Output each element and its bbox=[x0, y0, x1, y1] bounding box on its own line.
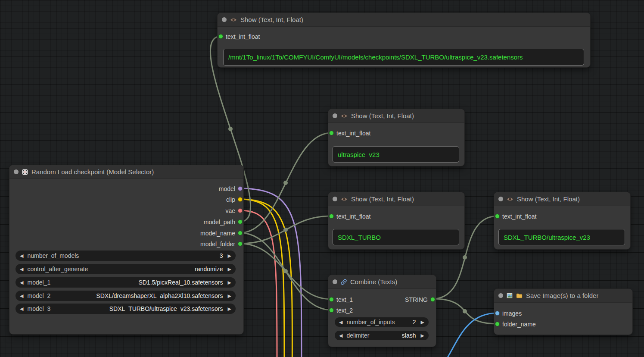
collapse-dot[interactable] bbox=[222, 17, 227, 22]
node-title: Show (Text, Int, Float) bbox=[351, 195, 414, 203]
port-label: text_1 bbox=[336, 296, 353, 303]
widget-value: randomize bbox=[195, 266, 223, 272]
decrement-arrow-icon[interactable]: ◀ bbox=[20, 280, 23, 285]
collapse-dot[interactable] bbox=[333, 279, 337, 284]
input-port-text-1[interactable] bbox=[329, 297, 334, 302]
widget-label: model_2 bbox=[27, 292, 50, 299]
link-midpoint-dot bbox=[228, 127, 233, 131]
widget-value: 3 bbox=[220, 252, 223, 259]
increment-arrow-icon[interactable]: ▶ bbox=[228, 280, 231, 285]
display-value-box: SDXL_TURBO bbox=[333, 229, 459, 245]
output-row-vae: vae bbox=[9, 206, 243, 215]
decrement-arrow-icon[interactable]: ◀ bbox=[20, 266, 23, 272]
port-label: model_folder bbox=[200, 241, 235, 247]
output-row-clip: clip bbox=[9, 195, 243, 204]
input-row-text-int-float: text_int_float bbox=[218, 32, 590, 41]
node-random-load-checkpoint[interactable]: Random Load checkpoint (Model Selector) … bbox=[9, 165, 243, 334]
node-header[interactable]: Combine (Texts) bbox=[328, 275, 436, 289]
widget-delimiter[interactable]: ◀ delimiter slash ▶ bbox=[335, 331, 429, 340]
node-header[interactable]: Show (Text, Int, Float) bbox=[328, 109, 464, 123]
increment-arrow-icon[interactable]: ▶ bbox=[421, 319, 424, 325]
node-header[interactable]: Show (Text, Int, Float) bbox=[328, 192, 464, 206]
increment-arrow-icon[interactable]: ▶ bbox=[421, 333, 424, 338]
input-port-text-2[interactable] bbox=[329, 308, 334, 313]
widget-number-of-models[interactable]: ◀ number_of_models 3 ▶ bbox=[16, 251, 236, 261]
link-midpoint-dot bbox=[283, 181, 288, 185]
output-port-model[interactable] bbox=[238, 186, 243, 191]
input-port-text-int-float[interactable] bbox=[218, 34, 223, 39]
link-midpoint-dot bbox=[463, 255, 467, 260]
increment-arrow-icon[interactable]: ▶ bbox=[228, 306, 231, 312]
node-title: Random Load checkpoint (Model Selector) bbox=[31, 168, 154, 175]
input-port-text-int-float[interactable] bbox=[329, 214, 334, 219]
output-port-model-name[interactable] bbox=[238, 231, 243, 235]
output-port-model-path[interactable] bbox=[238, 219, 243, 224]
widget-model-1[interactable]: ◀ model_1 SD1.5/picxReal_10.safetensors … bbox=[16, 277, 236, 288]
output-port-string[interactable] bbox=[430, 297, 435, 302]
node-title: Show (Text, Int, Float) bbox=[240, 16, 303, 23]
input-port-folder-name[interactable] bbox=[495, 322, 500, 326]
widget-label: control_after_generate bbox=[27, 266, 88, 272]
output-row-model-name: model_name bbox=[9, 229, 243, 238]
collapse-dot[interactable] bbox=[498, 293, 503, 298]
node-title: Save Image(s) to a folder bbox=[526, 292, 598, 299]
decrement-arrow-icon[interactable]: ◀ bbox=[20, 293, 23, 299]
widget-label: model_1 bbox=[27, 279, 50, 286]
collapse-dot[interactable] bbox=[333, 197, 337, 201]
decrement-arrow-icon[interactable]: ◀ bbox=[339, 333, 342, 338]
output-row-model-path: model_path bbox=[9, 217, 243, 226]
port-label: text_int_float bbox=[336, 130, 370, 137]
link-midpoint-dot bbox=[283, 228, 288, 232]
widget-model-3[interactable]: ◀ model_3 SDXL_TURBO/ultraspice_v23.safe… bbox=[16, 304, 236, 314]
display-text: ultraspice_v23 bbox=[338, 151, 380, 158]
collapse-dot[interactable] bbox=[14, 169, 19, 174]
link-icon bbox=[341, 279, 347, 285]
input-row-text-int-float: text_int_float bbox=[494, 212, 630, 221]
decrement-arrow-icon[interactable]: ◀ bbox=[20, 253, 23, 259]
input-port-text-int-float[interactable] bbox=[495, 214, 500, 219]
widget-number-of-inputs[interactable]: ◀ number_of_inputs 2 ▶ bbox=[335, 317, 429, 327]
input-row-text-2: text_2 bbox=[328, 306, 436, 315]
node-combine-texts[interactable]: Combine (Texts) text_1 STRING text_2 ◀ n… bbox=[328, 275, 436, 347]
node-show-model-folder[interactable]: Show (Text, Int, Float) text_int_float S… bbox=[328, 192, 464, 249]
increment-arrow-icon[interactable]: ▶ bbox=[228, 266, 231, 272]
port-label: STRING bbox=[405, 296, 428, 303]
node-header[interactable]: Show (Text, Int, Float) bbox=[494, 192, 630, 206]
input-port-images[interactable] bbox=[495, 311, 500, 316]
port-label: vae bbox=[225, 207, 235, 214]
input-port-text-int-float[interactable] bbox=[329, 131, 334, 135]
eye-icon bbox=[341, 113, 348, 119]
node-show-combined[interactable]: Show (Text, Int, Float) text_int_float S… bbox=[494, 192, 630, 249]
output-port-clip[interactable] bbox=[238, 197, 243, 202]
node-graph-canvas[interactable]: Show (Text, Int, Float) text_int_float /… bbox=[0, 0, 644, 357]
widget-label: model_3 bbox=[27, 305, 50, 312]
widget-label: number_of_inputs bbox=[346, 319, 395, 326]
collapse-dot[interactable] bbox=[333, 113, 337, 118]
node-show-model-name[interactable]: Show (Text, Int, Float) text_int_float u… bbox=[328, 109, 464, 166]
widget-control-after-generate[interactable]: ◀ control_after_generate randomize ▶ bbox=[16, 264, 236, 274]
input-row-folder-name: folder_name bbox=[494, 319, 632, 329]
increment-arrow-icon[interactable]: ▶ bbox=[228, 253, 231, 259]
decrement-arrow-icon[interactable]: ◀ bbox=[20, 306, 23, 312]
node-header[interactable]: Save Image(s) to a folder bbox=[494, 289, 632, 303]
node-header[interactable]: Random Load checkpoint (Model Selector) bbox=[9, 165, 243, 179]
node-save-images-to-folder[interactable]: Save Image(s) to a folder images folder_… bbox=[494, 289, 632, 335]
increment-arrow-icon[interactable]: ▶ bbox=[228, 293, 231, 299]
output-port-model-folder[interactable] bbox=[238, 241, 243, 246]
decrement-arrow-icon[interactable]: ◀ bbox=[339, 319, 342, 325]
widget-label: delimiter bbox=[346, 332, 369, 339]
display-value-box: /mnt/1To_linux/1To/COMFYUI/ComfyUI/model… bbox=[223, 49, 584, 66]
widget-model-2[interactable]: ◀ model_2 SDXL/dreamshaperXL_alpha2Xl10.… bbox=[16, 291, 236, 301]
widget-value: slash bbox=[402, 332, 416, 339]
collapse-dot[interactable] bbox=[498, 197, 503, 201]
node-header[interactable]: Show (Text, Int, Float) bbox=[218, 13, 590, 27]
output-port-vae[interactable] bbox=[238, 208, 243, 213]
input-row-images: images bbox=[494, 309, 632, 318]
port-label: folder_name bbox=[502, 321, 536, 328]
node-show-model-path[interactable]: Show (Text, Int, Float) text_int_float /… bbox=[218, 13, 590, 67]
input-row-text-1: text_1 STRING bbox=[328, 295, 436, 304]
port-label: text_2 bbox=[336, 307, 353, 314]
node-title: Show (Text, Int, Float) bbox=[517, 195, 580, 203]
port-label: text_int_float bbox=[502, 213, 536, 220]
widget-value: SD1.5/picxReal_10.safetensors bbox=[138, 279, 223, 286]
